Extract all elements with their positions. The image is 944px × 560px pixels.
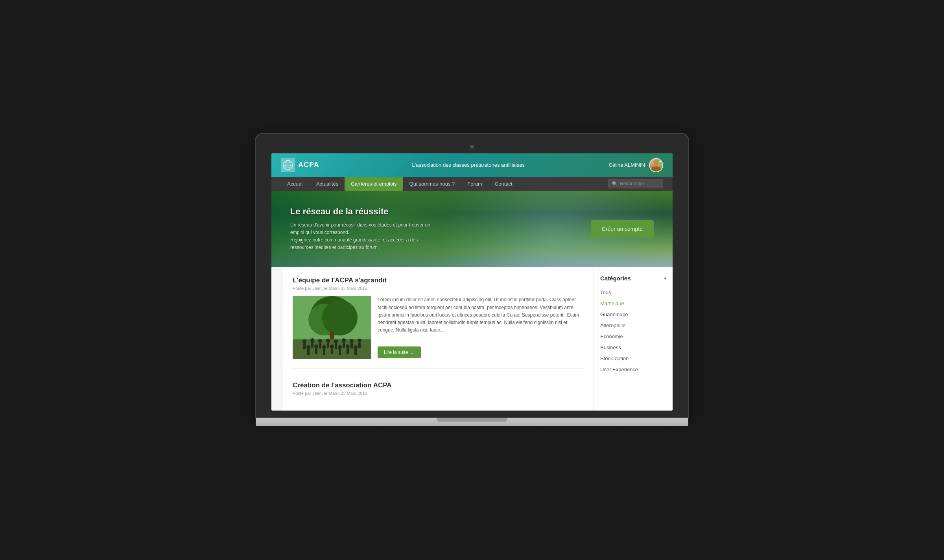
hero-description: Un réseau d'avenir pour réussir dans vos…: [290, 221, 440, 252]
right-sidebar: Catégories ▾ Tous Martinique Guadeloupe …: [594, 267, 673, 411]
category-economie[interactable]: Economie: [600, 331, 666, 342]
laptop-container: ACPA L'association des classes prétarato…: [256, 134, 688, 427]
hero-title: Le réseau de la réussite: [290, 206, 567, 217]
globe-icon: [282, 160, 293, 171]
nav-quisommes[interactable]: Qui sommes nous ?: [403, 177, 461, 191]
svg-rect-35: [331, 348, 333, 354]
nav-items: Accueil Actualités Carrières et emplois …: [281, 177, 608, 191]
svg-rect-37: [339, 349, 341, 355]
group-photo-icon: [293, 296, 371, 359]
svg-point-26: [358, 339, 361, 343]
create-account-button[interactable]: Créer un compte: [591, 220, 654, 238]
article-title-2[interactable]: Création de l'association ACPA: [293, 381, 584, 389]
category-business[interactable]: Business: [600, 342, 666, 353]
categories-title: Catégories: [600, 275, 631, 282]
svg-point-24: [350, 339, 354, 343]
search-icon: 🔍: [612, 181, 618, 186]
svg-point-20: [334, 339, 338, 343]
logo-area[interactable]: ACPA: [281, 158, 328, 172]
screen-bezel: ACPA L'association des classes prétarato…: [256, 134, 688, 418]
categories-header: Catégories ▾: [600, 275, 666, 282]
user-name: Céline ALMININ: [609, 162, 645, 168]
article-body-1: Lorem ipsum dolor sit amet, consectetur …: [293, 296, 584, 359]
svg-point-28: [306, 345, 310, 349]
site-tagline: L'association des classes prétaratoires …: [328, 162, 609, 168]
logo-icon: [281, 158, 295, 172]
svg-point-9: [322, 300, 358, 335]
article-text-1: Lorem ipsum dolor sit amet, consectetur …: [378, 296, 584, 359]
nav-forum[interactable]: Forum: [461, 177, 489, 191]
category-user-experience[interactable]: User Experience: [600, 364, 666, 375]
screen-content: ACPA L'association des classes prétarato…: [271, 153, 673, 411]
article-image-visual: [293, 296, 371, 359]
svg-rect-41: [354, 349, 357, 355]
category-martinique[interactable]: Martinique: [600, 298, 666, 309]
article-meta-2: Posté par Jean, le Mardi 23 Mars 2012: [293, 391, 584, 396]
article-title-1[interactable]: L'équipe de l'ACPA s'agrandit: [293, 276, 584, 284]
svg-rect-15: [311, 342, 313, 348]
chevron-down-icon[interactable]: ▾: [664, 276, 666, 281]
user-area: Céline ALMININ 3: [609, 158, 663, 172]
article-image-1: [293, 296, 371, 359]
hero-section: Le réseau de la réussite Un réseau d'ave…: [271, 191, 673, 267]
svg-point-40: [354, 345, 358, 349]
svg-rect-17: [319, 343, 321, 348]
articles-area: L'équipe de l'ACPA s'agrandit Posté par …: [283, 267, 594, 411]
left-sidebar: [271, 267, 283, 411]
svg-rect-23: [343, 342, 345, 348]
search-placeholder: Rechercher ...: [620, 181, 649, 186]
svg-point-22: [342, 338, 346, 342]
hero-text: Le réseau de la réussite Un réseau d'ave…: [290, 206, 567, 252]
svg-point-18: [326, 339, 330, 343]
article-card-2: Création de l'association ACPA Posté par…: [293, 378, 584, 396]
svg-point-36: [338, 345, 342, 349]
article-card-1: L'équipe de l'ACPA s'agrandit Posté par …: [293, 276, 584, 369]
svg-rect-27: [358, 343, 361, 348]
svg-point-30: [314, 344, 318, 348]
svg-rect-25: [350, 343, 353, 348]
svg-point-38: [346, 344, 350, 348]
nav-accueil[interactable]: Accueil: [281, 177, 310, 191]
svg-rect-19: [327, 343, 329, 348]
notification-badge: 3: [657, 158, 663, 164]
svg-point-34: [330, 344, 334, 348]
svg-point-32: [322, 345, 326, 349]
read-more-button-1[interactable]: Lire la suite ....: [378, 346, 421, 358]
nav-actualites[interactable]: Actualités: [310, 177, 345, 191]
category-tous[interactable]: Tous: [600, 287, 666, 298]
nav-contact[interactable]: Contact: [489, 177, 519, 191]
hero-cta: Créer un compte: [591, 220, 654, 238]
category-guadeloupe[interactable]: Guadeloupe: [600, 309, 666, 320]
svg-rect-39: [347, 348, 349, 354]
avatar[interactable]: 3: [649, 158, 663, 172]
navbar: Accueil Actualités Carrières et emplois …: [271, 177, 673, 191]
svg-point-12: [302, 339, 306, 343]
logo-text: ACPA: [298, 161, 319, 169]
category-stock-option[interactable]: Stock-option: [600, 353, 666, 364]
main-content: L'équipe de l'ACPA s'agrandit Posté par …: [271, 267, 673, 411]
svg-rect-21: [335, 343, 337, 349]
nav-carrieres[interactable]: Carrières et emplois: [345, 177, 403, 191]
category-alterophilie[interactable]: Altérophilie: [600, 320, 666, 331]
svg-rect-31: [315, 348, 317, 354]
laptop-base: [256, 418, 688, 426]
svg-point-16: [318, 339, 322, 343]
svg-rect-33: [323, 349, 325, 355]
svg-point-14: [310, 338, 314, 342]
svg-rect-29: [307, 349, 310, 355]
svg-rect-13: [303, 343, 306, 349]
search-box[interactable]: 🔍 Rechercher ...: [608, 179, 663, 188]
site-header: ACPA L'association des classes prétarato…: [271, 153, 673, 177]
article-meta-1: Posté par Jean, le Mardi 23 Mars 2012: [293, 286, 584, 291]
